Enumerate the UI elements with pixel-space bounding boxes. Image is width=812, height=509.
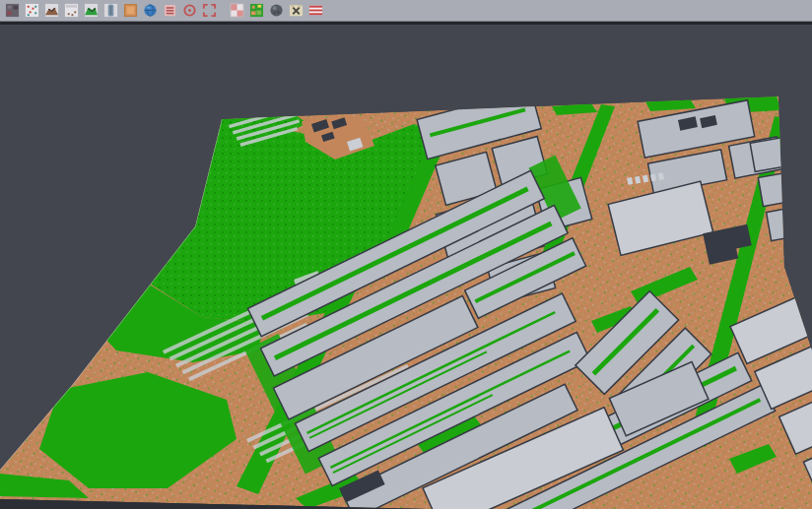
profile-view-button[interactable]: [102, 2, 119, 20]
application-window: [0, 0, 812, 509]
classified-map-button[interactable]: [247, 2, 265, 20]
profile-bar-icon: [103, 3, 118, 18]
list-icon: [163, 3, 177, 18]
striped-flag-button[interactable]: [306, 2, 324, 20]
clear-data-button[interactable]: [287, 2, 304, 20]
orange-tile-icon: [123, 3, 138, 18]
target-icon: [182, 3, 197, 18]
photo-thumbnail-button[interactable]: [3, 2, 21, 20]
raster-grid-button[interactable]: [228, 2, 245, 20]
striped-flag-icon: [308, 3, 323, 18]
toolbar: [0, 0, 812, 22]
scatter-points-icon: [25, 3, 39, 18]
clear-x-icon: [289, 3, 304, 18]
viewport-3d[interactable]: [0, 26, 812, 509]
ortho-tile-button[interactable]: [121, 2, 139, 20]
photo-thumbnail-icon: [5, 3, 20, 18]
ground-hill-icon: [44, 3, 59, 18]
sphere-icon: [269, 3, 284, 18]
attribute-list-button[interactable]: [161, 2, 178, 20]
ground-class-button[interactable]: [42, 2, 60, 20]
classify-points-button[interactable]: [23, 2, 40, 20]
sparse-points-icon: [64, 3, 79, 18]
vegetation-class-button[interactable]: [82, 2, 100, 20]
point-cloud-scene: [0, 26, 812, 509]
extent-brackets-icon: [202, 3, 217, 18]
render-sphere-button[interactable]: [267, 2, 285, 20]
classified-map-icon: [249, 3, 264, 18]
zoom-extent-button[interactable]: [200, 2, 218, 20]
low-points-button[interactable]: [62, 2, 80, 20]
target-center-button[interactable]: [180, 2, 198, 20]
web-globe-button[interactable]: [141, 2, 159, 20]
vegetation-hill-icon: [84, 3, 99, 18]
checker-grid-icon: [230, 3, 244, 18]
globe-icon: [143, 3, 158, 18]
